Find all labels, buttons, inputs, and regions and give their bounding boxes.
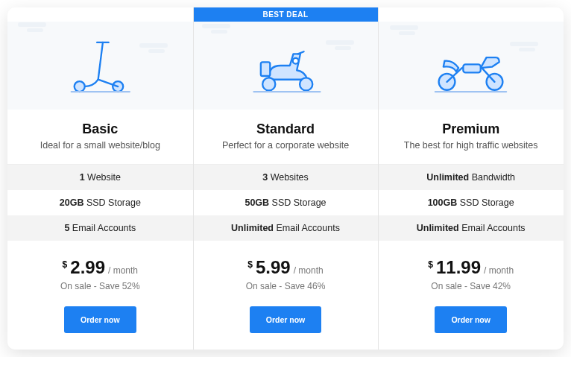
feature-item: 100GB SSD Storage: [378, 190, 564, 215]
plan-title: Premium: [385, 121, 556, 137]
feature-item: 1 Website: [7, 165, 193, 190]
plan-icon-area: [7, 22, 193, 110]
plan-basic: BEST DEAL Basic Ideal for a small websit…: [7, 7, 193, 350]
plan-description: The best for high traffic websites: [385, 140, 556, 151]
currency-symbol: $: [247, 259, 253, 270]
feature-list: 1 Website 20GB SSD Storage 5 Email Accou…: [7, 164, 193, 241]
plan-description: Perfect for a corporate website: [201, 140, 371, 151]
svg-point-2: [74, 81, 84, 92]
svg-line-9: [298, 51, 304, 54]
plan-icon-area: [378, 22, 564, 110]
plan-premium: BEST DEAL Premium The best for high traf…: [378, 7, 564, 350]
sale-text: On sale - Save 52%: [7, 281, 193, 291]
price-block: $ 2.99 / month On sale - Save 52%: [7, 241, 193, 296]
feature-list: Unlimited Bandwidth 100GB SSD Storage Un…: [378, 164, 564, 241]
price-amount: 11.99: [436, 257, 481, 278]
price-period: / month: [294, 265, 324, 276]
motorcycle-icon: [427, 37, 514, 95]
svg-line-0: [98, 42, 102, 80]
price-amount: 5.99: [256, 257, 291, 278]
price-amount: 2.99: [70, 257, 105, 278]
feature-item: 5 Email Accounts: [7, 215, 193, 241]
moped-icon: [245, 37, 326, 95]
plan-description: Ideal for a small website/blog: [15, 140, 186, 151]
cloud-icon: [510, 42, 553, 51]
feature-item: 20GB SSD Storage: [7, 190, 193, 215]
order-now-button[interactable]: Order now: [64, 306, 136, 333]
feature-item: Unlimited Email Accounts: [378, 215, 564, 241]
svg-rect-14: [464, 64, 481, 72]
price-period: / month: [108, 265, 138, 276]
order-now-button[interactable]: Order now: [250, 306, 322, 333]
price-period: / month: [484, 265, 514, 276]
svg-rect-6: [261, 62, 270, 76]
feature-item: Unlimited Email Accounts: [193, 215, 379, 241]
feature-list: 3 Websites 50GB SSD Storage Unlimited Em…: [193, 164, 379, 241]
plan-title: Standard: [201, 121, 371, 137]
sale-text: On sale - Save 42%: [378, 281, 564, 291]
cloud-icon: [18, 22, 61, 31]
sale-text: On sale - Save 46%: [193, 281, 379, 291]
cloud-icon: [326, 40, 369, 49]
cloud-icon: [139, 43, 183, 52]
price-block: $ 5.99 / month On sale - Save 46%: [193, 241, 379, 296]
svg-point-10: [293, 58, 299, 64]
best-deal-badge: BEST DEAL: [193, 7, 379, 22]
svg-point-7: [263, 78, 276, 90]
feature-item: 3 Websites: [193, 165, 379, 190]
order-now-button[interactable]: Order now: [435, 306, 507, 333]
plan-icon-area: [193, 22, 379, 110]
pricing-table: BEST DEAL Basic Ideal for a small websit…: [7, 7, 564, 350]
cloud-icon: [202, 24, 245, 33]
scooter-icon: [66, 37, 136, 95]
currency-symbol: $: [428, 259, 433, 270]
plan-title: Basic: [15, 121, 186, 137]
feature-item: Unlimited Bandwidth: [378, 165, 564, 190]
currency-symbol: $: [63, 259, 68, 270]
price-block: $ 11.99 / month On sale - Save 42%: [378, 241, 564, 296]
svg-point-8: [300, 78, 312, 90]
cloud-icon: [390, 25, 433, 34]
plan-standard: BEST DEAL Standard Perfect for a corpora…: [193, 7, 379, 350]
feature-item: 50GB SSD Storage: [193, 190, 379, 215]
